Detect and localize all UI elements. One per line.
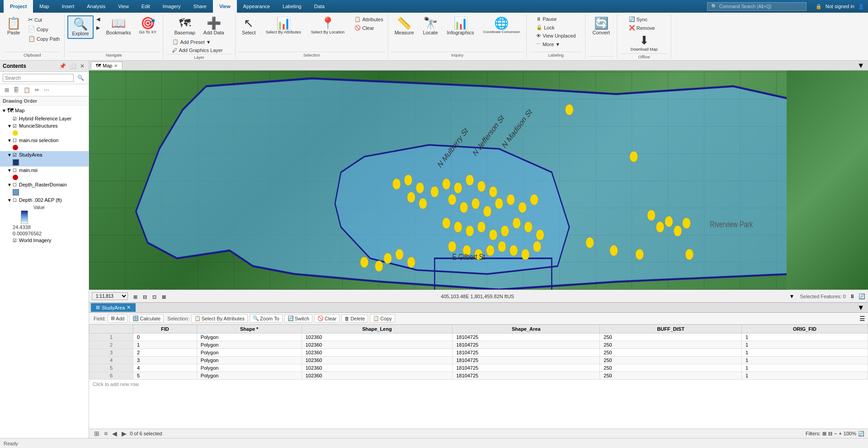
table-row[interactable]: 6 5 Polygon 102360 18104725 250 1 [90, 372, 868, 380]
delete-button[interactable]: 🗑 Delete [341, 315, 368, 323]
expand-map-icon[interactable]: ▼ [2, 108, 7, 113]
table-row[interactable]: 3 2 Polygon 102360 18104725 250 1 [90, 349, 868, 357]
prev-page-button[interactable]: ◀ [111, 430, 118, 437]
table-row[interactable]: 2 1 Polygon 102360 18104725 250 1 [90, 341, 868, 349]
table-row[interactable]: 4 3 Polygon 102360 18104725 250 1 [90, 357, 868, 364]
sync-button[interactable]: 🔄 Sync [627, 15, 649, 23]
attr-toolbar-more-icon[interactable]: ☰ [859, 315, 865, 322]
explore-button[interactable]: 🔍 Explore [67, 15, 93, 39]
layer-item-main-nsi-sel[interactable]: ▼ ☐ main.nsi selection [0, 137, 89, 144]
tab-appearance[interactable]: Appearance [237, 0, 276, 13]
zoom-out-table-icon[interactable]: − [834, 431, 837, 436]
attributes-button[interactable]: 📋 Attributes [353, 15, 385, 23]
layer-item-studyarea[interactable]: ▼ ☑ StudyArea [0, 151, 89, 158]
paste-button[interactable]: 📋 Paste [3, 15, 24, 37]
cut-button[interactable]: ✂ Cut [26, 15, 61, 24]
locate-button[interactable]: 🔭 Locate [420, 15, 442, 37]
more-labeling-button[interactable]: ⋯ More ▼ [534, 40, 562, 48]
table-view-button[interactable]: ⊞ [93, 430, 101, 437]
add-field-button[interactable]: ⊞ Add [108, 314, 128, 323]
table-row[interactable]: 5 4 Polygon 102360 18104725 250 1 [90, 364, 868, 372]
coord-expand-icon[interactable]: ▼ [788, 292, 797, 300]
pause-rendering-button[interactable]: ⏸ [849, 293, 855, 300]
tab-map[interactable]: Map [33, 0, 55, 13]
basemap-button[interactable]: 🗺 Basemap [170, 15, 198, 37]
map-tab[interactable]: 🗺 Map ✕ [91, 62, 123, 69]
layer-item-muncie[interactable]: ▼ ☑ MuncieStructures [0, 122, 89, 129]
bookmarks-button[interactable]: 📖 Bookmarks [103, 15, 135, 37]
command-search[interactable]: 🔍 Command Search (Alt+Q) [707, 2, 807, 11]
download-map-button[interactable]: ⬇ Download Map [627, 33, 661, 53]
add-new-row[interactable]: Click to add new row. [89, 380, 868, 389]
close-sidebar-button[interactable]: ✕ [79, 62, 86, 70]
tab-share[interactable]: Share [187, 0, 213, 13]
layer-item-depth-aep[interactable]: ▼ ☐ Depth .002 AEP (ft) [0, 196, 89, 204]
switch-button[interactable]: 🔃 Switch [284, 314, 312, 323]
tab-project[interactable]: Project [4, 0, 33, 13]
zoom-in-button[interactable]: ⊞ [132, 293, 139, 300]
expand-main-nsi-icon[interactable]: ▼ [7, 168, 13, 173]
refresh-map-button[interactable]: 🔄 [859, 293, 865, 300]
col-fid[interactable]: FID [133, 325, 197, 334]
attr-grid-container[interactable]: FID Shape * Shape_Leng Shape_Area BUFF_D… [89, 324, 868, 429]
infographics-button[interactable]: 📊 Infographics [443, 15, 478, 37]
go-to-xy-button[interactable]: 🎯 Go To XY [136, 15, 160, 36]
calculate-button[interactable]: 🔢 Calculate [129, 314, 164, 323]
layer-item-main-nsi[interactable]: ▼ ☐ main.nsi [0, 167, 89, 174]
select-by-attributes-table-button[interactable]: 📋 Select By Attributes [191, 314, 248, 323]
layer-item-depth-raster[interactable]: ▼ ☐ Depth_RasterDomain [0, 181, 89, 188]
col-shape[interactable]: Shape * [197, 325, 302, 334]
select-by-location-button[interactable]: 📍 Select By Location [307, 15, 349, 36]
expand-muncie-icon[interactable]: ▼ [7, 124, 13, 129]
col-shape-leng[interactable]: Shape_Leng [302, 325, 452, 334]
filter-sort-icon[interactable]: ⊟ [828, 431, 832, 437]
tab-view[interactable]: View [112, 0, 135, 13]
tab-labeling[interactable]: Labeling [276, 0, 308, 13]
chart-view-button[interactable]: ≡ [103, 430, 109, 437]
map-view[interactable]: N Mulberry St N Jefferson St N Madison S… [89, 71, 868, 290]
copy-button[interactable]: 📄 Copy [26, 25, 61, 33]
attr-tab-studyarea[interactable]: ⊞ StudyArea ✕ [91, 303, 136, 312]
scale-selector[interactable]: 1:11,813 [92, 292, 128, 300]
layer-item-map[interactable]: ▼ 🗺 Map [0, 106, 89, 115]
tab-edit[interactable]: Edit [135, 0, 156, 13]
zoom-out-button[interactable]: ⊟ [141, 293, 149, 300]
check-muncie[interactable]: ☑ [13, 124, 19, 129]
tab-view-active[interactable]: View [213, 0, 237, 13]
check-main-nsi-sel[interactable]: ☐ [13, 138, 19, 143]
tab-data[interactable]: Data [308, 0, 331, 13]
refresh-table-button[interactable]: 🔄 [858, 431, 864, 437]
check-studyarea[interactable]: ☑ [13, 153, 19, 157]
check-hybrid[interactable]: ☑ [13, 116, 19, 121]
copy-table-button[interactable]: 📋 Copy [370, 314, 395, 323]
clear-button[interactable]: 🚫 Clear [314, 314, 340, 323]
expand-studyarea-icon[interactable]: ▼ [7, 153, 13, 157]
layer-filter-icon[interactable]: 📋 [22, 86, 32, 94]
check-depth-aep[interactable]: ☐ [13, 198, 19, 203]
measure-button[interactable]: 📏 Measure [391, 15, 418, 37]
layer-item-hybrid[interactable]: ☑ Hybrid Reference Layer [0, 115, 89, 122]
pause-button[interactable]: ⏸ Pause [534, 15, 558, 23]
lock-button[interactable]: 🔒 Lock [534, 24, 556, 31]
zoom-to-button[interactable]: 🔍 Zoom To [250, 314, 283, 323]
coord-conv-button[interactable]: 🌐 Coordinate Conversion [479, 15, 524, 36]
map-tab-expand-icon[interactable]: ▼ [855, 62, 866, 70]
table-row[interactable]: 1 0 Polygon 102360 18104725 250 1 [90, 334, 868, 341]
attr-tab-close[interactable]: ✕ [127, 305, 131, 310]
check-world-imagery[interactable]: ☑ [13, 238, 19, 243]
full-extent-button[interactable]: ⊠ [160, 293, 168, 300]
col-orig-fid[interactable]: ORIG_FID [741, 325, 868, 334]
float-icon[interactable]: ⬜ [68, 62, 78, 70]
expand-main-nsi-sel-icon[interactable]: ▼ [7, 138, 13, 143]
layer-db-icon[interactable]: 🗄 [12, 86, 21, 94]
nav-back-button[interactable]: ◀ [94, 15, 102, 23]
add-data-button[interactable]: ➕ Add Data [200, 15, 228, 37]
filter-icon[interactable]: ⊞ [822, 431, 826, 437]
next-page-button[interactable]: ▶ [120, 430, 128, 437]
search-input[interactable] [3, 74, 74, 82]
remove-button[interactable]: ❌ Remove [627, 24, 657, 32]
map-tab-close[interactable]: ✕ [114, 63, 118, 68]
tab-insert[interactable]: Insert [56, 0, 81, 13]
layer-item-world-imagery[interactable]: ☑ World Imagery [0, 237, 89, 244]
check-depth-raster[interactable]: ☐ [13, 182, 19, 187]
